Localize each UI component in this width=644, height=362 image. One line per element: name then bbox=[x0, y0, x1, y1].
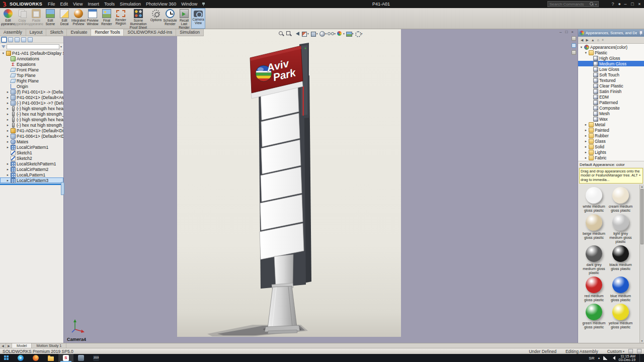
appearance-tree-item[interactable]: Medium Gloss bbox=[578, 61, 644, 66]
exp-collapse-icon[interactable]: ▸ bbox=[6, 107, 10, 111]
exp-collapse-icon[interactable]: ▸ bbox=[584, 134, 588, 138]
tree-item[interactable]: ▸ (-) hex nut high strength_din<268> (..… bbox=[0, 111, 63, 117]
search-dropdown-icon[interactable]: ▾ bbox=[595, 3, 597, 6]
tree-item[interactable]: ▸ (-) P41-003<1> ->? (Default<As Ma... bbox=[0, 100, 63, 106]
hidden-icons-chevron[interactable]: ▲ bbox=[597, 356, 600, 359]
doc-close-button[interactable]: × bbox=[571, 29, 574, 35]
exp-collapse-icon[interactable]: ▸ bbox=[6, 101, 10, 105]
appearance-tree-item[interactable]: Wax bbox=[578, 116, 644, 122]
exp-collapse-icon[interactable]: ▾ bbox=[2, 51, 5, 55]
cream medium gloss plastic[interactable]: cream medium gloss plastic bbox=[607, 187, 634, 213]
taskbar-clock[interactable]: 11:15 AM 03-Dec-19 bbox=[618, 354, 635, 362]
file-explorer-icon[interactable] bbox=[43, 354, 58, 362]
exp-collapse-icon[interactable]: ▸ bbox=[6, 145, 10, 149]
menu-item[interactable]: View bbox=[70, 0, 85, 8]
tree-item[interactable]: Top Plane bbox=[0, 72, 63, 78]
tree-item[interactable]: Front Plane bbox=[0, 67, 63, 72]
panel-splitter-handle[interactable] bbox=[61, 182, 64, 195]
appearance-tree-item[interactable]: ▸ Metal bbox=[578, 122, 644, 127]
tree-item[interactable]: Origin bbox=[0, 83, 63, 89]
final-render-button[interactable]: Final Render bbox=[100, 8, 114, 29]
menu-item[interactable]: File bbox=[45, 0, 58, 8]
tree-item[interactable]: ▾ P41-A01 (Default<Display State-1>) bbox=[0, 50, 63, 56]
exp-collapse-icon[interactable]: ▸ bbox=[6, 123, 10, 127]
previous-view-icon[interactable] bbox=[293, 31, 300, 37]
exp-collapse-icon[interactable]: ▸ bbox=[584, 150, 588, 154]
status-item[interactable]: Under Defined bbox=[529, 349, 557, 354]
menu-item[interactable]: Insert bbox=[85, 0, 102, 8]
tab-model[interactable]: Model bbox=[12, 343, 32, 348]
scrollbar-thumb[interactable] bbox=[640, 189, 643, 244]
recall-last-render-button[interactable]: Recall Last Render bbox=[177, 8, 191, 29]
exp-collapse-icon[interactable]: ▸ bbox=[6, 162, 10, 166]
camera-view-button[interactable]: Camera View bbox=[191, 8, 205, 29]
tab-layout[interactable]: Layout bbox=[26, 29, 47, 36]
appearances-tab-icon[interactable] bbox=[572, 43, 576, 48]
status-icon-1[interactable] bbox=[628, 349, 633, 353]
displaymanager-tab[interactable] bbox=[28, 37, 33, 42]
show-desktop-button[interactable] bbox=[639, 354, 641, 362]
exp-collapse-icon[interactable]: ▸ bbox=[584, 145, 588, 149]
integrated-preview-button[interactable]: Integrated Preview bbox=[71, 8, 86, 29]
tree-item[interactable]: ▸ (-) high strength hex head bolt_din<..… bbox=[0, 106, 63, 111]
appearance-tree-item[interactable]: Soft Touch bbox=[578, 72, 644, 77]
appearance-tree-item[interactable]: ▾ Appearances(color) bbox=[578, 44, 644, 50]
black medium gloss plastic[interactable]: black medium gloss plastic bbox=[607, 245, 634, 275]
appearance-tree-item[interactable]: ▾ Plastic bbox=[578, 50, 644, 55]
menu-item[interactable]: Tools bbox=[102, 0, 117, 8]
edge-icon[interactable]: e bbox=[13, 354, 28, 362]
tab-sketch[interactable]: Sketch bbox=[46, 29, 67, 36]
exp-collapse-icon[interactable]: ▸ bbox=[6, 129, 10, 133]
forward-button[interactable]: ▶ bbox=[586, 37, 588, 43]
tab-simulation[interactable]: Simulation bbox=[176, 29, 204, 36]
configurationmanager-tab[interactable] bbox=[15, 37, 20, 42]
dark grey medium gloss plastic[interactable]: dark grey medium gloss plastic bbox=[581, 245, 607, 275]
scroll-up-icon[interactable]: ▲ bbox=[640, 185, 644, 188]
view-settings-icon[interactable]: ▾ bbox=[355, 31, 363, 37]
tree-item[interactable]: Right Plane bbox=[0, 78, 63, 83]
exp-collapse-icon[interactable]: ▸ bbox=[6, 90, 10, 94]
firefox-icon[interactable] bbox=[28, 354, 43, 362]
appearance-tree-item[interactable]: Textured bbox=[578, 77, 644, 83]
edit-scene-button[interactable]: Edit Scene bbox=[43, 8, 57, 29]
appearance-tree-item[interactable]: Patterned bbox=[578, 100, 644, 105]
tree-item[interactable]: Annotations bbox=[0, 56, 63, 61]
volume-icon[interactable] bbox=[611, 356, 615, 360]
appearance-tree-item[interactable]: Composite bbox=[578, 105, 644, 111]
exp-collapse-icon[interactable]: ▸ bbox=[6, 173, 10, 177]
status-item[interactable]: Custom ▾ bbox=[607, 349, 624, 354]
exp-collapse-icon[interactable]: ▸ bbox=[584, 123, 588, 127]
tree-item[interactable]: ▸ LocalSketchPattern1 bbox=[0, 161, 63, 166]
scene-illumination-proof-sheet-button[interactable]: Scene Illumination Proof Sheet bbox=[128, 8, 149, 29]
tab-render-tools[interactable]: Render Tools bbox=[91, 29, 124, 36]
tab-motion-study-1[interactable]: Motion Study 1 bbox=[32, 343, 66, 348]
tree-item[interactable]: Sketch2 bbox=[0, 155, 63, 161]
resources-tab-icon[interactable] bbox=[572, 36, 576, 41]
exp-collapse-icon[interactable]: ▾ bbox=[580, 45, 583, 49]
beige medium gloss plastic[interactable]: beige medium gloss plastic bbox=[581, 214, 607, 244]
appearance-tree-item[interactable]: EDM bbox=[578, 94, 644, 100]
appearance-tree-item[interactable]: High Gloss bbox=[578, 55, 644, 61]
propertymanager-tab[interactable] bbox=[8, 37, 13, 42]
tree-item[interactable]: ▸ P41-002<1> (Default<As Machined... bbox=[0, 95, 63, 100]
display-style-icon[interactable]: ▾ bbox=[319, 31, 327, 37]
add-button[interactable]: + bbox=[602, 37, 604, 43]
custom-properties-tab-icon[interactable] bbox=[572, 50, 576, 55]
back-button[interactable]: ◀ bbox=[581, 37, 583, 43]
language-indicator[interactable]: SR bbox=[589, 356, 594, 360]
red medium gloss plastic[interactable]: red medium gloss plastic bbox=[581, 277, 607, 302]
rollback-bar[interactable] bbox=[0, 184, 63, 185]
copy-appearance-button[interactable]: Copy Appearance bbox=[15, 8, 29, 29]
tree-item[interactable]: Sketch1 bbox=[0, 150, 63, 155]
appearance-tree-item[interactable]: ▸ Solid bbox=[578, 144, 644, 149]
appearance-tree-item[interactable]: ▸ Lights bbox=[578, 149, 644, 155]
exp-collapse-icon[interactable]: ▸ bbox=[6, 96, 10, 100]
yellow medium gloss plastic[interactable]: yellow medium gloss plastic bbox=[607, 304, 634, 329]
help-icon[interactable]: ? bbox=[612, 2, 614, 7]
search-icon[interactable] bbox=[590, 2, 594, 6]
start-button[interactable] bbox=[0, 354, 13, 362]
tree-item[interactable]: ▸ LocalCirPattern1 bbox=[0, 144, 63, 150]
edit-appearance-icon[interactable]: ▾ bbox=[337, 31, 345, 37]
tree-item[interactable]: ▸ P41-006<1> (Default<<Default>_... bbox=[0, 133, 63, 139]
appearance-tree-item[interactable]: Mesh bbox=[578, 111, 644, 116]
